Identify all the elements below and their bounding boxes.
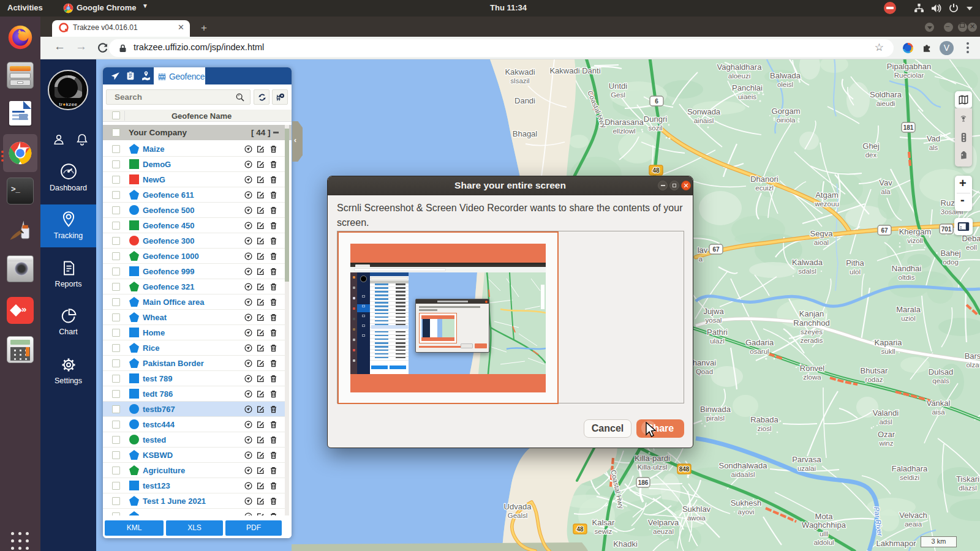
- svg-text:186: 186: [638, 479, 649, 486]
- svg-text:sukll: sukll: [881, 348, 895, 355]
- svg-text:6: 6: [655, 98, 658, 105]
- svg-text:oleisl: oleisl: [777, 81, 793, 88]
- svg-text:aeaia: aeaia: [905, 520, 922, 528]
- svg-text:Udvada: Udvada: [504, 502, 532, 511]
- svg-text:sewiz: sewiz: [595, 528, 612, 535]
- svg-text:sozil: sozil: [648, 124, 662, 132]
- svg-text:piralsl: piralsl: [706, 414, 725, 422]
- svg-text:Rabada: Rabada: [750, 415, 778, 424]
- svg-text:Lakhmapor: Lakhmapor: [876, 539, 916, 548]
- svg-text:aldolul: aldolul: [813, 539, 834, 546]
- svg-text:awoia: awoia: [687, 514, 706, 522]
- svg-text:Vav: Vav: [879, 178, 892, 187]
- svg-text:Bars: Bars: [965, 351, 980, 361]
- svg-text:Bahej: Bahej: [940, 249, 960, 258]
- svg-text:Binwada: Binwada: [700, 405, 731, 414]
- svg-text:Khergam: Khergam: [899, 227, 932, 236]
- svg-text:Qoad: Qoad: [696, 368, 713, 375]
- svg-text:Kakwadi: Kakwadi: [505, 67, 535, 77]
- svg-text:Faladhara: Faladhara: [892, 464, 928, 473]
- svg-text:Pathri: Pathri: [707, 328, 728, 337]
- svg-text:aioal: aioal: [814, 239, 829, 246]
- svg-text:Kalsar: Kalsar: [592, 518, 616, 527]
- svg-text:szeyes: szeyes: [801, 328, 823, 335]
- svg-text:dlazsl: dlazsl: [959, 484, 976, 492]
- svg-text:Soldhara: Soldhara: [870, 90, 902, 99]
- svg-text:Ghej: Ghej: [862, 141, 880, 151]
- svg-text:Tiskari: Tiskari: [956, 474, 979, 484]
- svg-text:Bhagal: Bhagal: [513, 129, 538, 138]
- svg-text:Ozar: Ozar: [878, 430, 895, 439]
- svg-text:Rueciolar: Rueciolar: [894, 72, 924, 79]
- svg-text:ala: ala: [881, 188, 891, 195]
- svg-text:ulol: ulol: [850, 268, 861, 276]
- svg-text:181: 181: [903, 124, 914, 131]
- svg-text:olza: olza: [966, 361, 979, 369]
- svg-text:aloeuzi: aloeuzi: [728, 72, 750, 80]
- svg-text:Vad: Vad: [927, 134, 940, 143]
- svg-text:Dulsad: Dulsad: [929, 367, 953, 377]
- svg-text:winz: winz: [878, 440, 893, 447]
- svg-text:Bhutsar: Bhutsar: [861, 366, 888, 375]
- svg-text:Dandi: Dandi: [514, 96, 535, 105]
- svg-text:sdalsl: sdalsl: [798, 268, 816, 275]
- svg-text:adsl: adsl: [879, 418, 892, 425]
- svg-text:Sonwada: Sonwada: [687, 107, 721, 116]
- svg-text:ulazl: ulazl: [710, 337, 725, 345]
- svg-text:48: 48: [652, 167, 660, 174]
- svg-text:uiaeis: uiaeis: [738, 93, 756, 100]
- svg-text:48: 48: [576, 526, 584, 533]
- svg-text:Velvach: Velvach: [899, 511, 927, 520]
- svg-text:Untdi: Untdi: [609, 81, 627, 91]
- svg-text:zlowa: zlowa: [803, 373, 821, 381]
- svg-text:hanvai: hanvai: [693, 358, 716, 367]
- svg-text:Kalwada: Kalwada: [792, 258, 823, 267]
- svg-text:ainaisl: ainaisl: [694, 117, 714, 124]
- svg-text:Vankal: Vankal: [927, 399, 951, 408]
- svg-text:uzalai: uzalai: [797, 465, 816, 472]
- svg-text:Waghchhipa: Waghchhipa: [802, 520, 846, 530]
- svg-text:701: 701: [941, 226, 952, 233]
- svg-text:aeuzal: aeuzal: [653, 528, 674, 535]
- svg-text:uziol: uziol: [901, 315, 916, 322]
- svg-text:ayovi: ayovi: [738, 508, 755, 515]
- svg-text:Mota: Mota: [815, 512, 834, 521]
- svg-text:Ronvel: Ronvel: [800, 364, 825, 373]
- svg-text:ziosl: ziosl: [757, 425, 771, 432]
- svg-text:Dhanori: Dhanori: [750, 174, 778, 184]
- svg-text:dex: dex: [865, 151, 877, 159]
- svg-text:Panchlai: Panchlai: [732, 83, 763, 92]
- svg-text:oltdis: oltdis: [899, 274, 915, 281]
- svg-text:Dungri: Dungri: [644, 114, 667, 124]
- svg-text:Gadaria: Gadaria: [745, 338, 774, 347]
- svg-text:eoll: eoll: [966, 244, 977, 251]
- svg-text:aieudi: aieudi: [876, 100, 895, 107]
- svg-text:Killa-ulzsl: Killa-ulzsl: [638, 463, 668, 471]
- svg-text:ellzlowl: ellzlowl: [612, 127, 635, 135]
- svg-text:Sondhalwada: Sondhalwada: [719, 461, 768, 470]
- svg-text:zeradis: zeradis: [800, 337, 823, 344]
- svg-text:als: als: [929, 144, 938, 151]
- svg-text:67: 67: [712, 246, 720, 253]
- svg-text:Pipalgabhan: Pipalgabhan: [887, 62, 931, 71]
- svg-text:Gesl: Gesl: [611, 91, 625, 99]
- svg-text:a: a: [699, 255, 703, 263]
- svg-text:Marala: Marala: [896, 305, 921, 314]
- svg-text:Sukhlav: Sukhlav: [682, 504, 711, 514]
- svg-text:oiriola: oiriola: [777, 116, 796, 124]
- svg-text:Killa-pardi: Killa-pardi: [635, 454, 670, 463]
- svg-text:Atgam: Atgam: [815, 190, 839, 200]
- svg-text:Vaghaldhara: Vaghaldhara: [717, 62, 763, 72]
- svg-text:Gealsl: Gealsl: [508, 512, 528, 519]
- svg-text:Valandi: Valandi: [873, 408, 899, 418]
- svg-text:vizoll: vizoll: [907, 237, 923, 244]
- svg-text:ecuizl: ecuizl: [755, 184, 773, 192]
- svg-text:odog: odog: [943, 258, 959, 266]
- svg-text:Kanjan: Kanjan: [799, 309, 824, 318]
- svg-text:Segva: Segva: [810, 229, 834, 238]
- svg-text:Sukhesh: Sukhesh: [731, 498, 762, 508]
- svg-text:yosal: yosal: [706, 317, 722, 324]
- svg-text:Jujwa: Jujwa: [703, 307, 724, 316]
- svg-text:lav: lav: [698, 246, 708, 255]
- svg-text:rodaz: rodaz: [865, 376, 883, 383]
